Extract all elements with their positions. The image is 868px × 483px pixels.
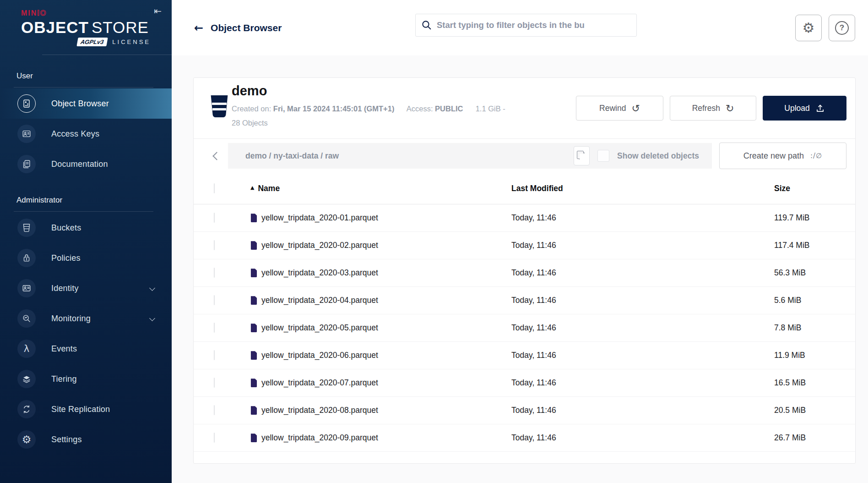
object-name[interactable]: yellow_tripdata_2020-04.parquet bbox=[261, 296, 378, 305]
table-row[interactable]: yellow_tripdata_2020-04.parquet Today, 1… bbox=[194, 287, 855, 314]
object-name[interactable]: yellow_tripdata_2020-05.parquet bbox=[261, 323, 378, 333]
table-row[interactable]: yellow_tripdata_2020-02.parquet Today, 1… bbox=[194, 232, 855, 259]
top-header: ← Object Browser ⚙ ? bbox=[172, 0, 868, 55]
column-header-name[interactable]: ▲Name bbox=[250, 184, 511, 193]
object-browser-icon bbox=[17, 94, 36, 113]
sidebar-item-label: Site Replication bbox=[51, 405, 110, 414]
sidebar-item-label: Object Browser bbox=[51, 99, 109, 109]
object-name[interactable]: yellow_tripdata_2020-02.parquet bbox=[261, 241, 378, 250]
table-row[interactable]: yellow_tripdata_2020-05.parquet Today, 1… bbox=[194, 314, 855, 342]
row-checkbox[interactable] bbox=[214, 433, 215, 443]
row-checkbox[interactable] bbox=[214, 240, 215, 250]
row-checkbox[interactable] bbox=[214, 213, 215, 223]
gear-icon: ⚙ bbox=[803, 21, 815, 35]
table-row[interactable]: yellow_tripdata_2020-06.parquet Today, 1… bbox=[194, 342, 855, 369]
column-header-size[interactable]: Size bbox=[774, 184, 855, 193]
object-name[interactable]: yellow_tripdata_2020-09.parquet bbox=[261, 433, 378, 443]
object-size: 26.7 MiB bbox=[774, 433, 855, 443]
chevron-down-icon[interactable] bbox=[149, 315, 155, 321]
breadcrumb-bar: demo / ny-taxi-data / raw Show deleted o… bbox=[228, 143, 712, 169]
sidebar-item-tiering[interactable]: Tiering bbox=[0, 364, 172, 394]
search-box[interactable] bbox=[415, 14, 637, 37]
rewind-button[interactable]: Rewind ↺ bbox=[576, 96, 663, 121]
sidebar-item-events[interactable]: λEvents bbox=[0, 334, 172, 364]
sidebar-item-label: Buckets bbox=[51, 223, 81, 233]
minio-console: ⇤ MINIO OBJECTSTORE AGPLv3 LICENSE UserO… bbox=[0, 0, 868, 483]
chevron-down-icon[interactable] bbox=[149, 285, 155, 291]
table-row[interactable]: yellow_tripdata_2020-08.parquet Today, 1… bbox=[194, 397, 855, 424]
breadcrumb-back-button[interactable] bbox=[205, 143, 228, 169]
row-checkbox[interactable] bbox=[214, 350, 215, 360]
help-button[interactable]: ? bbox=[829, 15, 855, 41]
table-body: yellow_tripdata_2020-01.parquet Today, 1… bbox=[194, 204, 855, 452]
table-row[interactable]: yellow_tripdata_2020-07.parquet Today, 1… bbox=[194, 369, 855, 397]
object-last-modified: Today, 11:46 bbox=[511, 323, 774, 333]
chevron-left-icon bbox=[212, 152, 221, 160]
object-name[interactable]: yellow_tripdata_2020-06.parquet bbox=[261, 351, 378, 360]
upload-button[interactable]: Upload bbox=[763, 96, 846, 121]
row-checkbox[interactable] bbox=[214, 378, 215, 388]
row-checkbox[interactable] bbox=[214, 405, 215, 415]
object-last-modified: Today, 11:46 bbox=[511, 241, 774, 250]
sidebar-item-site-replication[interactable]: Site Replication bbox=[0, 394, 172, 424]
parquet-file-icon bbox=[250, 296, 257, 305]
sidebar-section-divider bbox=[14, 87, 153, 88]
breadcrumb[interactable]: demo / ny-taxi-data / raw bbox=[245, 151, 339, 161]
search-icon bbox=[421, 20, 432, 31]
sidebar-item-identity[interactable]: Identity bbox=[0, 273, 172, 303]
title-light: STORE bbox=[92, 18, 149, 36]
objects-table: ▲Name Last Modified Size yellow_tripdata… bbox=[194, 173, 855, 452]
minio-brand: MINIO bbox=[21, 9, 172, 17]
show-deleted-checkbox[interactable] bbox=[597, 150, 609, 162]
table-row[interactable]: yellow_tripdata_2020-01.parquet Today, 1… bbox=[194, 204, 855, 232]
table-row[interactable]: yellow_tripdata_2020-09.parquet Today, 1… bbox=[194, 424, 855, 452]
object-size: 16.5 MiB bbox=[774, 378, 855, 388]
sidebar-item-settings[interactable]: ⚙Settings bbox=[0, 424, 172, 455]
sidebar-collapse-icon[interactable]: ⇤ bbox=[154, 5, 162, 16]
select-all-checkbox[interactable] bbox=[214, 183, 215, 193]
object-size: 11.9 MiB bbox=[774, 351, 855, 360]
sidebar-item-monitoring[interactable]: Monitoring bbox=[0, 303, 172, 334]
title-bold: OBJECT bbox=[21, 18, 89, 36]
refresh-button[interactable]: Refresh ↻ bbox=[670, 96, 756, 121]
column-header-last-modified[interactable]: Last Modified bbox=[511, 184, 774, 193]
sidebar-item-policies[interactable]: Policies bbox=[0, 243, 172, 273]
object-last-modified: Today, 11:46 bbox=[511, 378, 774, 388]
sidebar-item-label: Monitoring bbox=[51, 314, 91, 324]
row-checkbox[interactable] bbox=[214, 295, 215, 305]
table-row[interactable]: yellow_tripdata_2020-03.parquet Today, 1… bbox=[194, 259, 855, 287]
sidebar-item-documentation[interactable]: Documentation bbox=[0, 149, 172, 179]
sidebar-item-object-browser[interactable]: Object Browser bbox=[0, 88, 172, 119]
object-last-modified: Today, 11:46 bbox=[511, 213, 774, 223]
row-checkbox[interactable] bbox=[214, 268, 215, 278]
row-checkbox[interactable] bbox=[214, 323, 215, 333]
sidebar-item-buckets[interactable]: Buckets bbox=[0, 213, 172, 243]
upload-icon bbox=[815, 104, 825, 113]
sidebar-item-label: Documentation bbox=[51, 159, 108, 169]
minio-logo: MINIO OBJECTSTORE AGPLv3 LICENSE bbox=[0, 0, 172, 55]
rewind-icon: ↺ bbox=[631, 103, 640, 114]
back-arrow-icon[interactable]: ← bbox=[194, 22, 203, 34]
copy-path-button[interactable] bbox=[574, 146, 590, 165]
policies-icon bbox=[17, 249, 36, 267]
object-name[interactable]: yellow_tripdata_2020-01.parquet bbox=[261, 213, 378, 223]
object-name[interactable]: yellow_tripdata_2020-03.parquet bbox=[261, 268, 378, 278]
created-on-label: Created on: bbox=[232, 104, 271, 113]
object-size: 5.6 MiB bbox=[774, 296, 855, 305]
access-value: PUBLIC bbox=[435, 104, 463, 113]
parquet-file-icon bbox=[250, 406, 257, 415]
create-new-path-button[interactable]: Create new path :/∅ bbox=[719, 143, 846, 169]
events-icon: λ bbox=[17, 340, 36, 358]
object-size: 20.5 MiB bbox=[774, 406, 855, 415]
object-name[interactable]: yellow_tripdata_2020-08.parquet bbox=[261, 406, 378, 415]
sidebar-nav: UserObject BrowserAccess KeysDocumentati… bbox=[0, 71, 172, 455]
bucket-meta: Created on: Fri, Mar 15 2024 11:45:01 (G… bbox=[232, 102, 515, 130]
sidebar-item-access-keys[interactable]: Access Keys bbox=[0, 119, 172, 149]
search-input[interactable] bbox=[437, 20, 631, 30]
sidebar-item-label: Access Keys bbox=[51, 129, 99, 139]
buckets-icon bbox=[17, 219, 36, 237]
object-last-modified: Today, 11:46 bbox=[511, 296, 774, 305]
browse-toolbar: demo / ny-taxi-data / raw Show deleted o… bbox=[194, 139, 855, 173]
object-name[interactable]: yellow_tripdata_2020-07.parquet bbox=[261, 378, 378, 388]
settings-button[interactable]: ⚙ bbox=[795, 15, 822, 41]
